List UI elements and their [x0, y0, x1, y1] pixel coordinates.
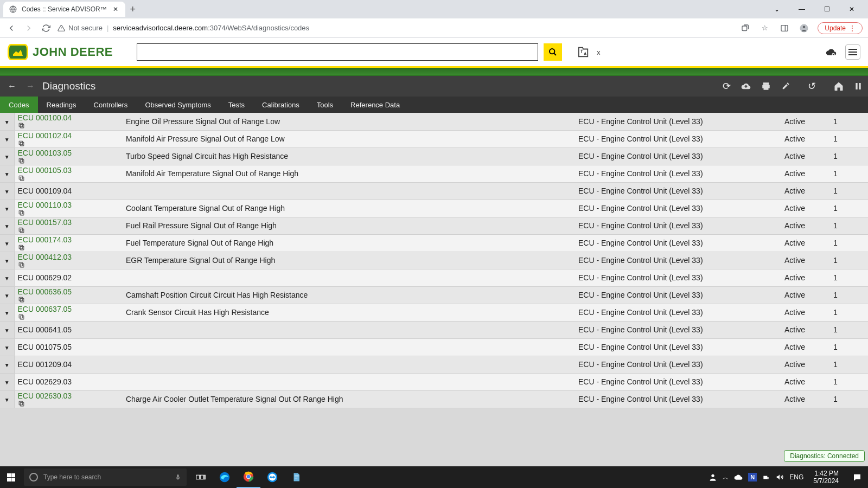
refresh-icon[interactable]: ⟳	[723, 80, 731, 92]
expand-toggle[interactable]: ▼	[0, 113, 14, 130]
translate-icon[interactable]	[577, 46, 589, 58]
copy-icon[interactable]	[18, 400, 120, 407]
code-link[interactable]: ECU 002630.03	[18, 391, 72, 400]
url-display[interactable]: Not secure | serviceadvisorlocal.deere.c…	[58, 24, 734, 32]
teamviewer-icon[interactable]	[260, 466, 284, 488]
update-button[interactable]: Update⋮	[818, 22, 863, 34]
code-link[interactable]: ECU 000110.03	[18, 201, 72, 209]
expand-toggle[interactable]: ▼	[0, 390, 14, 408]
notepad-icon[interactable]	[284, 466, 308, 488]
expand-toggle[interactable]: ▼	[0, 165, 14, 182]
mic-icon[interactable]	[175, 473, 181, 481]
caret-down-icon: ▼	[4, 171, 10, 177]
expand-toggle[interactable]: ▼	[0, 286, 14, 304]
reload-button[interactable]	[40, 22, 52, 34]
copy-icon[interactable]	[18, 313, 120, 320]
tray-network-icon[interactable]	[762, 473, 770, 481]
code-link[interactable]: ECU 000174.03	[18, 235, 72, 244]
taskbar-search[interactable]: Type here to search	[24, 468, 187, 486]
side-panel-icon[interactable]	[778, 22, 790, 34]
cloud-settings-icon[interactable]	[825, 47, 838, 57]
tools-icon[interactable]	[781, 81, 790, 91]
code-link[interactable]: ECU 000157.03	[18, 218, 72, 227]
expand-toggle[interactable]: ▼	[0, 182, 14, 200]
start-button[interactable]	[0, 466, 22, 488]
menu-item-calibrations[interactable]: Calibrations	[253, 97, 308, 113]
expand-toggle[interactable]: ▼	[0, 200, 14, 217]
task-view-icon[interactable]	[189, 466, 213, 488]
chevron-down-icon[interactable]: ⌄	[769, 5, 784, 13]
search-button[interactable]	[544, 43, 562, 61]
pause-icon[interactable]	[854, 81, 863, 91]
menu-item-tools[interactable]: Tools	[308, 97, 342, 113]
expand-toggle[interactable]: ▼	[0, 373, 14, 390]
cloud-upload-icon[interactable]	[741, 81, 751, 91]
page-back-button[interactable]: ←	[5, 81, 18, 91]
menu-item-controllers[interactable]: Controllers	[85, 97, 137, 113]
menu-item-observed-symptoms[interactable]: Observed Symptoms	[136, 97, 219, 113]
expand-toggle[interactable]: ▼	[0, 269, 14, 286]
expand-toggle[interactable]: ▼	[0, 321, 14, 338]
nav-forward-button[interactable]	[23, 22, 35, 34]
copy-icon[interactable]	[18, 140, 120, 147]
copy-icon[interactable]	[18, 261, 120, 268]
chrome-icon[interactable]	[237, 466, 260, 488]
edge-icon[interactable]	[213, 466, 237, 488]
tray-volume-icon[interactable]	[775, 473, 784, 481]
search-input[interactable]	[137, 43, 538, 61]
menu-button[interactable]	[845, 44, 860, 60]
taskbar-clock[interactable]: 1:42 PM 5/7/2024	[809, 470, 843, 485]
tray-onedrive-icon[interactable]	[734, 474, 743, 480]
people-icon[interactable]	[709, 473, 717, 481]
new-tab-button[interactable]: +	[125, 2, 141, 17]
copy-icon[interactable]	[18, 175, 120, 182]
menu-item-reference-data[interactable]: Reference Data	[342, 97, 409, 113]
code-link[interactable]: ECU 000102.04	[18, 131, 72, 140]
window-close-icon[interactable]: ✕	[844, 5, 859, 13]
brand-logo[interactable]: JOHN DEERE	[8, 44, 113, 60]
nav-back-button[interactable]	[5, 22, 17, 34]
tray-chevron-icon[interactable]: ︿	[723, 473, 729, 481]
code-link[interactable]: ECU 000637.05	[18, 305, 72, 313]
home-icon[interactable]	[833, 81, 844, 92]
code-link[interactable]: ECU 000412.03	[18, 253, 72, 261]
window-maximize-icon[interactable]: ☐	[819, 5, 834, 13]
copy-icon[interactable]	[18, 244, 120, 251]
code-link[interactable]: ECU 000636.05	[18, 287, 72, 296]
copy-icon[interactable]	[18, 209, 120, 216]
expand-toggle[interactable]: ▼	[0, 130, 14, 147]
browser-tab[interactable]: Codes :: Service ADVISOR™ ✕	[3, 2, 125, 17]
bookmark-icon[interactable]: ☆	[759, 22, 771, 34]
copy-icon[interactable]	[18, 122, 120, 129]
profile-icon[interactable]	[798, 22, 810, 34]
expand-toggle[interactable]: ▼	[0, 217, 14, 234]
expand-toggle[interactable]: ▼	[0, 234, 14, 252]
copy-icon[interactable]	[18, 227, 120, 234]
print-icon[interactable]	[761, 81, 771, 91]
codes-table-wrapper[interactable]: ▼ECU 000100.04Engine Oil Pressure Signal…	[0, 113, 868, 466]
code-link[interactable]: ECU 000100.04	[18, 113, 72, 122]
expand-toggle[interactable]: ▼	[0, 147, 14, 165]
copy-icon[interactable]	[18, 157, 120, 164]
close-tab-icon[interactable]: ✕	[111, 5, 120, 13]
menu-item-readings[interactable]: Readings	[38, 97, 85, 113]
expand-toggle[interactable]: ▼	[0, 338, 14, 356]
taskbar-time: 1:42 PM	[813, 470, 839, 477]
expand-toggle[interactable]: ▼	[0, 252, 14, 269]
clear-button[interactable]: x	[597, 48, 601, 56]
copy-icon[interactable]	[18, 296, 120, 303]
page-forward-button[interactable]: →	[24, 81, 37, 91]
expand-toggle[interactable]: ▼	[0, 356, 14, 373]
code-link[interactable]: ECU 000103.05	[18, 149, 72, 157]
menu-item-tests[interactable]: Tests	[220, 97, 253, 113]
expand-toggle[interactable]: ▼	[0, 304, 14, 321]
code-link[interactable]: ECU 000105.03	[18, 166, 72, 175]
menu-item-codes[interactable]: Codes	[0, 97, 38, 113]
tray-app-icon[interactable]: N	[748, 473, 757, 481]
share-icon[interactable]	[739, 22, 751, 34]
window-minimize-icon[interactable]: —	[794, 5, 809, 13]
tray-language[interactable]: ENG	[789, 473, 803, 481]
notifications-icon[interactable]	[848, 473, 866, 481]
history-icon[interactable]: ↺	[808, 80, 816, 92]
caret-down-icon: ▼	[4, 189, 10, 195]
